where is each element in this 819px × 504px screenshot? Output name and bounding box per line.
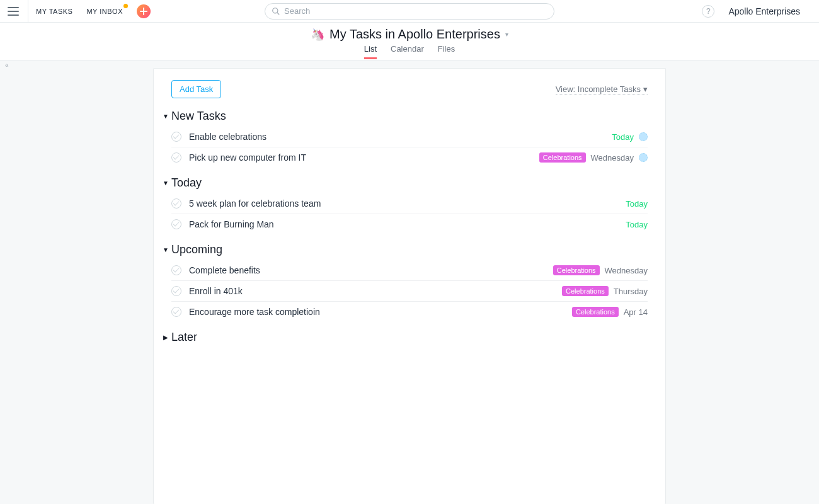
task-row[interactable]: Pick up new computer from IT Celebration… [171, 147, 648, 168]
complete-checkbox[interactable] [171, 286, 181, 296]
view-toggle-label: View: Incomplete Tasks [556, 84, 641, 94]
tab-files[interactable]: Files [438, 44, 455, 59]
task-meta: Celebrations Wednesday [553, 265, 648, 275]
task-name[interactable]: Enroll in 401k [189, 286, 562, 296]
task-name[interactable]: Pack for Burning Man [189, 219, 626, 229]
task-row[interactable]: 5 week plan for celebrations team Today [171, 193, 648, 214]
task-row[interactable]: Encourage more task completioin Celebrat… [171, 302, 648, 322]
search-box[interactable] [265, 3, 554, 20]
complete-checkbox[interactable] [171, 307, 181, 317]
due-label: Wednesday [605, 266, 648, 275]
due-label: Thursday [614, 287, 648, 296]
view-toggle[interactable]: View: Incomplete Tasks ▾ [556, 84, 648, 94]
assignee-avatar[interactable] [639, 132, 648, 141]
svg-point-0 [273, 8, 278, 13]
task-row[interactable]: Enroll in 401k Celebrations Thursday [171, 281, 648, 302]
topbar-right: ? Apollo Enterprises [702, 5, 811, 18]
nav-my-tasks[interactable]: MY TASKS [36, 8, 72, 15]
title-unicorn-icon: 🦄 [311, 28, 324, 42]
task-meta: Today [612, 132, 648, 142]
due-label: Apr 14 [624, 307, 648, 317]
section-header-new-tasks[interactable]: ▼ New Tasks [163, 110, 648, 123]
task-row[interactable]: Pack for Burning Man Today [171, 214, 648, 234]
hamburger-menu-icon[interactable] [8, 7, 19, 16]
task-name[interactable]: Encourage more task completioin [189, 307, 572, 317]
sidebar-collapse-icon[interactable]: « [5, 62, 9, 69]
due-label: Today [612, 132, 634, 142]
task-name[interactable]: Pick up new computer from IT [189, 152, 539, 163]
nav-my-inbox[interactable]: MY INBOX [86, 8, 123, 15]
complete-checkbox[interactable] [171, 132, 181, 142]
inbox-notification-dot [123, 4, 128, 8]
task-name[interactable]: Enable celebrations [189, 132, 612, 142]
complete-checkbox[interactable] [171, 152, 181, 163]
task-row[interactable]: Enable celebrations Today [171, 127, 648, 147]
task-meta: Celebrations Thursday [562, 286, 648, 296]
chevron-down-icon: ▾ [643, 84, 648, 94]
tabs: List Calendar Files [364, 44, 455, 59]
section-title: Today [171, 176, 202, 190]
due-label: Today [626, 220, 648, 229]
page-title-row: 🦄 My Tasks in Apollo Enterprises ▾ [311, 27, 508, 42]
task-meta: Celebrations Wednesday [539, 152, 648, 163]
task-meta: Celebrations Apr 14 [572, 307, 648, 317]
caret-down-icon: ▼ [163, 180, 169, 186]
section-header-today[interactable]: ▼ Today [163, 176, 648, 190]
add-task-button[interactable]: Add Task [171, 80, 221, 98]
task-row[interactable]: Complete benefits Celebrations Wednesday [171, 260, 648, 281]
page-title: My Tasks in Apollo Enterprises [329, 27, 500, 42]
svg-line-1 [277, 12, 280, 14]
section-title: Upcoming [171, 243, 222, 256]
topbar: MY TASKS MY INBOX ? Apollo Enterprises [0, 0, 819, 23]
task-tag[interactable]: Celebrations [572, 307, 619, 317]
caret-right-icon: ▶ [163, 334, 169, 341]
main-area: Add Task View: Incomplete Tasks ▾ ▼ New … [0, 60, 819, 504]
section-later: ▶ Later [171, 331, 648, 344]
due-label: Today [626, 199, 648, 209]
quick-add-button[interactable] [137, 4, 151, 18]
assignee-avatar[interactable] [639, 153, 648, 162]
due-label: Wednesday [591, 153, 634, 163]
task-tag[interactable]: Celebrations [553, 265, 600, 275]
tab-calendar[interactable]: Calendar [391, 44, 424, 59]
task-meta: Today [626, 199, 648, 209]
section-today: ▼ Today 5 week plan for celebrations tea… [171, 176, 648, 234]
section-header-upcoming[interactable]: ▼ Upcoming [163, 243, 648, 256]
section-upcoming: ▼ Upcoming Complete benefits Celebration… [171, 243, 648, 322]
subheader: 🦄 My Tasks in Apollo Enterprises ▾ List … [0, 23, 819, 60]
nav-my-inbox-label: MY INBOX [86, 8, 123, 15]
help-button[interactable]: ? [702, 5, 714, 18]
task-name[interactable]: 5 week plan for celebrations team [189, 198, 626, 209]
section-title: Later [171, 331, 197, 344]
search-input[interactable] [284, 6, 547, 16]
panel-top: Add Task View: Incomplete Tasks ▾ [171, 80, 648, 98]
complete-checkbox[interactable] [171, 265, 181, 275]
task-meta: Today [626, 220, 648, 229]
task-name[interactable]: Complete benefits [189, 265, 553, 275]
title-dropdown-caret[interactable]: ▾ [505, 31, 508, 38]
complete-checkbox[interactable] [171, 198, 181, 209]
tab-list[interactable]: List [364, 44, 377, 59]
divider [28, 0, 28, 23]
caret-down-icon: ▼ [163, 113, 169, 120]
search-icon [272, 7, 280, 16]
task-panel: Add Task View: Incomplete Tasks ▾ ▼ New … [153, 68, 666, 504]
section-title: New Tasks [171, 110, 226, 123]
task-tag[interactable]: Celebrations [539, 152, 586, 163]
complete-checkbox[interactable] [171, 219, 181, 229]
caret-down-icon: ▼ [163, 246, 169, 253]
task-tag[interactable]: Celebrations [562, 286, 609, 296]
section-new-tasks: ▼ New Tasks Enable celebrations Today Pi… [171, 110, 648, 168]
section-header-later[interactable]: ▶ Later [163, 331, 648, 344]
org-switcher[interactable]: Apollo Enterprises [728, 6, 800, 16]
